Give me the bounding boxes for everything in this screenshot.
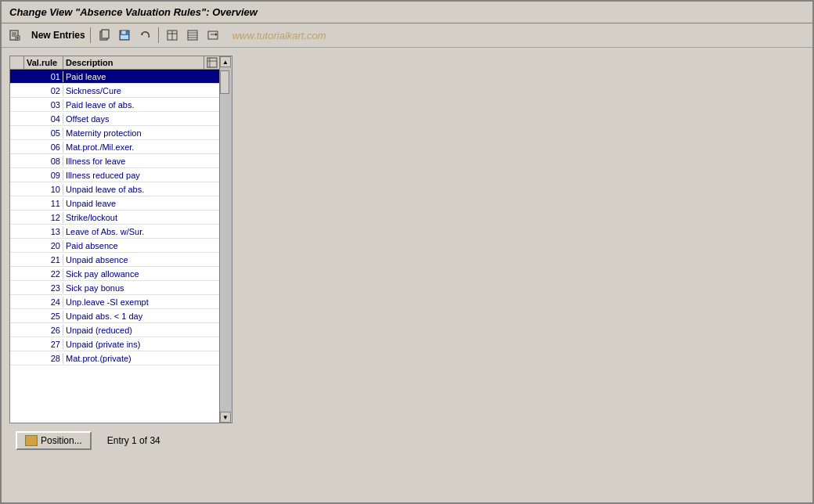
row-description: Unpaid abs. < 1 day	[63, 311, 219, 322]
entry-count: Entry 1 of 34	[107, 435, 160, 446]
row-valrule: 10	[24, 184, 63, 195]
row-description: Unpaid absence	[63, 254, 219, 265]
window-title: Change View "Absence Valuation Rules": O…	[9, 6, 258, 18]
position-button[interactable]: Position...	[16, 431, 92, 450]
table-row[interactable]: 06Mat.prot./Mil.exer.	[10, 140, 219, 154]
row-valrule: 03	[24, 99, 63, 110]
row-valrule: 23	[24, 283, 63, 293]
scroll-down-btn[interactable]: ▼	[220, 412, 231, 423]
row-valrule: 04	[24, 113, 63, 124]
data-table: Val.rule Description 01Paid leave02Sickn…	[9, 56, 220, 423]
main-window: Change View "Absence Valuation Rules": O…	[0, 0, 814, 504]
row-description: Strike/lockout	[63, 212, 219, 223]
main-content: Val.rule Description 01Paid leave02Sickn…	[2, 48, 812, 502]
row-valrule: 13	[24, 226, 63, 237]
row-description: Sickness/Cure	[63, 85, 219, 96]
row-valrule: 24	[24, 297, 63, 308]
list-icon[interactable]	[184, 27, 201, 44]
row-description: Mat.prot.(private)	[63, 353, 219, 364]
copy-icon[interactable]	[95, 27, 113, 44]
row-description: Leave of Abs. w/Sur.	[63, 226, 219, 237]
watermark: www.tutorialkart.com	[232, 30, 326, 41]
scroll-thumb[interactable]	[220, 70, 229, 94]
new-entries-label[interactable]: New Entries	[31, 30, 85, 41]
position-label: Position...	[41, 435, 82, 446]
table-row[interactable]: 25Unpaid abs. < 1 day	[10, 309, 219, 323]
row-description: Unpaid leave of abs.	[63, 184, 219, 195]
table-body[interactable]: 01Paid leave02Sickness/Cure03Paid leave …	[10, 70, 219, 423]
row-valrule: 25	[24, 311, 63, 322]
scroll-up-btn[interactable]: ▲	[220, 56, 231, 67]
footer: Position... Entry 1 of 34	[9, 423, 805, 458]
table-row[interactable]: 09Illness reduced pay	[10, 168, 219, 182]
row-description: Unpaid (private ins)	[63, 339, 219, 350]
table-row[interactable]: 22Sick pay allowance	[10, 267, 219, 281]
table-row[interactable]: 20Paid absence	[10, 239, 219, 253]
svg-rect-23	[207, 58, 217, 67]
row-valrule: 27	[24, 339, 63, 350]
svg-rect-10	[121, 31, 126, 34]
new-entries-icon[interactable]	[6, 27, 23, 44]
row-description: Unp.leave -SI exempt	[63, 297, 219, 308]
save-icon[interactable]	[116, 27, 133, 44]
svg-rect-8	[102, 30, 109, 38]
row-description: Maternity protection	[63, 128, 219, 139]
row-valrule: 09	[24, 170, 63, 181]
undo-icon[interactable]	[136, 27, 153, 44]
toolbar: New Entries www.tutorialkart.com	[2, 23, 812, 48]
row-valrule: 26	[24, 325, 63, 336]
row-valrule: 02	[24, 85, 63, 96]
row-description: Unpaid leave	[63, 198, 219, 209]
row-description: Paid absence	[63, 240, 219, 251]
row-description: Paid leave of abs.	[63, 99, 219, 110]
table-row[interactable]: 26Unpaid (reduced)	[10, 323, 219, 337]
column-settings-btn[interactable]	[204, 56, 219, 69]
table-row[interactable]: 01Paid leave	[10, 70, 219, 84]
row-valrule: 28	[24, 353, 63, 364]
table-row[interactable]: 12Strike/lockout	[10, 211, 219, 225]
title-bar: Change View "Absence Valuation Rules": O…	[2, 2, 812, 23]
table-row[interactable]: 28Mat.prot.(private)	[10, 351, 219, 365]
header-description: Description	[63, 56, 204, 69]
svg-rect-11	[121, 35, 128, 39]
table-row[interactable]: 02Sickness/Cure	[10, 84, 219, 98]
table-row[interactable]: 08Illness for leave	[10, 154, 219, 168]
position-icon	[25, 435, 38, 446]
separator-1	[90, 27, 91, 43]
row-valrule: 22	[24, 268, 63, 279]
row-description: Unpaid (reduced)	[63, 325, 219, 336]
row-description: Illness for leave	[63, 156, 219, 167]
export-icon[interactable]	[204, 27, 222, 44]
separator-2	[158, 27, 159, 43]
row-valrule: 11	[24, 198, 63, 209]
header-valrule: Val.rule	[24, 56, 63, 69]
row-valrule: 08	[24, 156, 63, 167]
table-row[interactable]: 24Unp.leave -SI exempt	[10, 295, 219, 309]
table-row[interactable]: 21Unpaid absence	[10, 253, 219, 267]
row-description: Mat.prot./Mil.exer.	[63, 142, 219, 153]
table-row[interactable]: 13Leave of Abs. w/Sur.	[10, 225, 219, 239]
row-valrule: 12	[24, 212, 63, 223]
row-description: Paid leave	[63, 71, 219, 82]
header-checkbox-col	[10, 56, 24, 69]
table-header-row: Val.rule Description	[10, 56, 219, 70]
row-description: Sick pay allowance	[63, 268, 219, 279]
row-valrule: 05	[24, 128, 63, 139]
row-description: Offset days	[63, 113, 219, 124]
row-valrule: 20	[24, 240, 63, 251]
table-row[interactable]: 10Unpaid leave of abs.	[10, 182, 219, 196]
scroll-track	[220, 67, 232, 412]
table-row[interactable]: 27Unpaid (private ins)	[10, 337, 219, 351]
table-row[interactable]: 11Unpaid leave	[10, 196, 219, 211]
table-row[interactable]: 05Maternity protection	[10, 126, 219, 140]
row-description: Illness reduced pay	[63, 170, 219, 181]
row-description: Sick pay bonus	[63, 283, 219, 293]
table-row[interactable]: 23Sick pay bonus	[10, 281, 219, 295]
table-row[interactable]: 04Offset days	[10, 112, 219, 126]
table-row[interactable]: 03Paid leave of abs.	[10, 98, 219, 112]
row-valrule: 06	[24, 142, 63, 153]
row-valrule: 01	[24, 71, 63, 82]
table-icon[interactable]	[164, 27, 181, 44]
row-valrule: 21	[24, 254, 63, 265]
